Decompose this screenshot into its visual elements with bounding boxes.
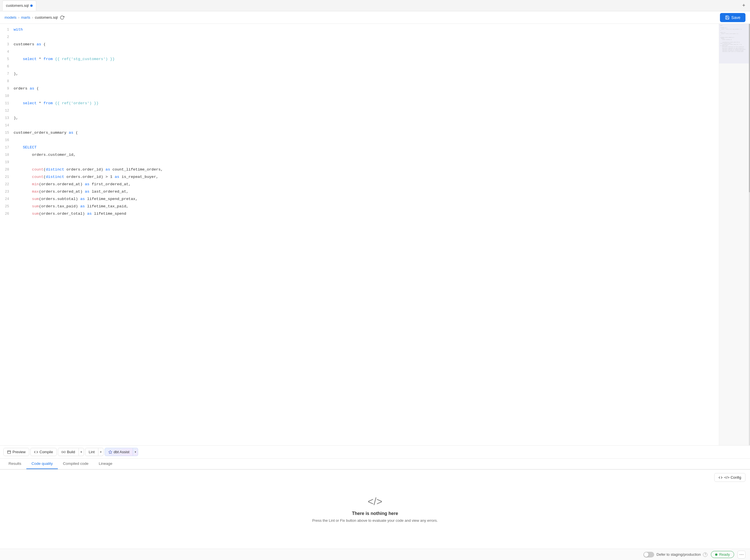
dbt-assist-button[interactable]: dbt Assist — [105, 448, 133, 456]
config-button[interactable]: </> Config — [714, 473, 746, 482]
line-content: orders.customer_id, — [14, 151, 714, 159]
code-line: 20 count(distinct orders.order_id) as co… — [0, 166, 719, 173]
line-number: 6 — [0, 63, 14, 70]
code-line: 22 min(orders.ordered_at) as first_order… — [0, 181, 719, 188]
lint-dropdown-arrow[interactable]: ▾ — [98, 448, 103, 456]
ready-dot — [715, 554, 717, 556]
line-number: 22 — [0, 181, 14, 188]
line-content: count(distinct orders.order_id) > 1 as i… — [14, 173, 714, 181]
refresh-icon[interactable] — [59, 15, 65, 20]
ready-badge: Ready — [711, 551, 734, 558]
line-content: sum(orders.tax_paid) as lifetime_tax_pai… — [14, 203, 714, 210]
breadcrumb-models[interactable]: models — [4, 15, 17, 20]
line-number: 7 — [0, 70, 14, 78]
bottom-tab-nav: Results Code quality Compiled code Linea… — [0, 459, 750, 469]
empty-state-title: There is nothing here — [352, 511, 398, 516]
preview-button[interactable]: Preview — [3, 448, 29, 456]
compile-button[interactable]: Compile — [30, 448, 57, 456]
code-line: 18 orders.customer_id, — [0, 151, 719, 159]
compile-label: Compile — [39, 450, 53, 454]
lint-button[interactable]: Lint — [85, 448, 98, 456]
line-number: 18 — [0, 151, 14, 159]
line-number: 14 — [0, 122, 14, 129]
tab-filename: customers.sql — [6, 3, 28, 8]
code-line: 14 — [0, 122, 719, 129]
breadcrumb-current: customers.sql — [35, 15, 58, 20]
config-label: </> Config — [724, 475, 741, 480]
more-options-button[interactable]: ⋯ — [737, 551, 746, 559]
tab-unsaved-indicator — [30, 4, 33, 7]
line-number: 16 — [0, 137, 14, 144]
line-number: 13 — [0, 115, 14, 122]
code-line: 6 — [0, 63, 719, 70]
line-content: sum(orders.order_total) as lifetime_spen… — [14, 210, 714, 217]
tab-code-quality[interactable]: Code quality — [26, 459, 58, 469]
svg-rect-0 — [8, 450, 11, 454]
line-content: ), — [14, 70, 714, 78]
minimap: with customers as ( select * from {{ ref… — [719, 24, 750, 445]
line-number: 11 — [0, 100, 14, 107]
tab-compiled-code[interactable]: Compiled code — [58, 459, 94, 469]
add-tab-button[interactable]: + — [740, 2, 748, 9]
code-line: 4 — [0, 48, 719, 56]
defer-toggle-knob — [644, 552, 649, 557]
defer-toggle-switch[interactable] — [644, 552, 654, 557]
line-number: 17 — [0, 144, 14, 151]
code-line: 19 — [0, 159, 719, 166]
code-line: 3customers as ( — [0, 41, 719, 48]
ready-label: Ready — [719, 552, 730, 557]
code-line: 9orders as ( — [0, 85, 719, 92]
tab-customers-sql[interactable]: customers.sql — [2, 1, 36, 11]
build-label: Build — [67, 450, 75, 454]
code-line: 24 sum(orders.subtotal) as lifetime_spen… — [0, 195, 719, 203]
line-content: customer_orders_summary as ( — [14, 129, 714, 137]
code-line: 13), — [0, 115, 719, 122]
breadcrumb-bar: models › marts › customers.sql Save — [0, 11, 750, 24]
line-content: orders as ( — [14, 85, 714, 92]
code-editor[interactable]: 1with23customers as (45 select * from {{… — [0, 24, 719, 445]
line-content: with — [14, 26, 714, 34]
bottom-content: </> Config </> There is nothing here Pre… — [0, 470, 750, 549]
code-line: 12 — [0, 107, 719, 115]
line-content: sum(orders.subtotal) as lifetime_spend_p… — [14, 195, 714, 203]
tab-lineage[interactable]: Lineage — [94, 459, 117, 469]
line-number: 15 — [0, 129, 14, 137]
line-content: customers as ( — [14, 41, 714, 48]
build-button[interactable]: Build — [58, 448, 79, 456]
line-number: 1 — [0, 26, 14, 34]
status-right: Defer to staging/production ? Ready ⋯ — [644, 551, 746, 559]
code-line: 11 select * from {{ ref('orders') }} — [0, 100, 719, 107]
minimap-scrollbar-track[interactable] — [749, 24, 750, 445]
line-number: 8 — [0, 78, 14, 85]
dbt-assist-icon — [108, 450, 112, 454]
code-line: 7), — [0, 70, 719, 78]
dbt-assist-label: dbt Assist — [114, 450, 130, 454]
line-number: 4 — [0, 48, 14, 56]
line-number: 25 — [0, 203, 14, 210]
editor-area: 1with23customers as (45 select * from {{… — [0, 24, 750, 445]
line-number: 21 — [0, 173, 14, 181]
lint-btn-group: Lint ▾ — [85, 448, 103, 456]
code-line: 26 sum(orders.order_total) as lifetime_s… — [0, 210, 719, 217]
minimap-scrollbar-thumb — [749, 24, 750, 192]
build-dropdown-arrow[interactable]: ▾ — [79, 448, 84, 456]
build-icon — [61, 450, 65, 454]
line-number: 2 — [0, 34, 14, 41]
line-number: 3 — [0, 41, 14, 48]
tab-results[interactable]: Results — [3, 459, 26, 469]
dbt-assist-dropdown-arrow[interactable]: ▾ — [133, 448, 138, 456]
svg-marker-3 — [108, 450, 112, 454]
save-icon — [725, 15, 730, 20]
breadcrumb-marts[interactable]: marts — [21, 15, 30, 20]
lint-label: Lint — [89, 450, 95, 454]
status-bar: Defer to staging/production ? Ready ⋯ — [0, 549, 750, 560]
save-button[interactable]: Save — [720, 13, 746, 22]
code-line: 15customer_orders_summary as ( — [0, 129, 719, 137]
defer-info-icon[interactable]: ? — [703, 552, 708, 557]
line-content: max(orders.ordered_at) as last_ordered_a… — [14, 188, 714, 195]
config-icon — [718, 476, 723, 480]
breadcrumb: models › marts › customers.sql — [4, 15, 65, 20]
code-line: 21 count(distinct orders.order_id) > 1 a… — [0, 173, 719, 181]
dbt-assist-btn-group: dbt Assist ▾ — [105, 448, 138, 456]
compile-icon — [34, 450, 38, 454]
